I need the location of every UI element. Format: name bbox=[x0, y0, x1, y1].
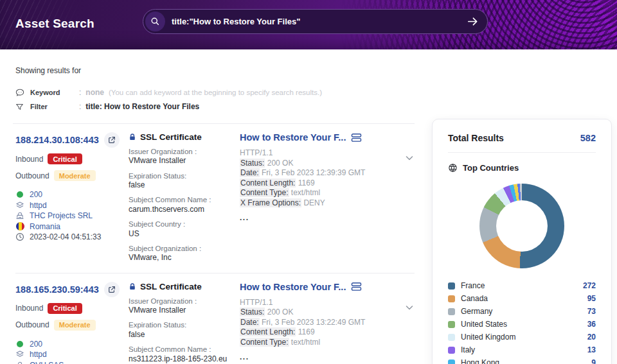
search-submit-button[interactable] bbox=[467, 15, 479, 28]
ssl-field-label: Expiration Status: bbox=[129, 320, 240, 329]
ssl-field-value: false bbox=[129, 330, 240, 340]
ssl-field-value: carum.thcservers.com bbox=[129, 205, 240, 214]
http-header-value: Fri, 3 Feb 2023 12:39:39 GMT bbox=[262, 168, 365, 177]
country-legend-row: Canada95 bbox=[448, 292, 596, 305]
page-title-link[interactable]: How to Restore Your F... bbox=[240, 282, 346, 292]
chevron-down-icon[interactable] bbox=[404, 302, 415, 364]
ssl-field: Subject Country :US bbox=[129, 220, 240, 239]
ssl-heading: SSL Certificate bbox=[140, 282, 202, 291]
top-countries-header: Top Countries bbox=[448, 163, 596, 173]
country-legend: France272Canada95Germany73United States3… bbox=[448, 279, 596, 364]
ssl-field-value: false bbox=[129, 180, 240, 190]
attribute-text: httpd bbox=[30, 201, 47, 210]
http-header-label: Status: bbox=[240, 159, 265, 168]
romania-flag-icon bbox=[16, 222, 24, 230]
organization-icon bbox=[15, 361, 24, 364]
attribute-text: httpd bbox=[30, 350, 47, 359]
summary-panel: Total Results 582 Top Countries France27… bbox=[432, 119, 612, 364]
ssl-field-label: Subject Common Name : bbox=[129, 195, 240, 204]
ssl-field: Expiration Status:false bbox=[129, 320, 240, 340]
ssl-field-value: US bbox=[129, 229, 240, 239]
globe-icon bbox=[448, 163, 458, 173]
status-dot-icon bbox=[17, 191, 23, 198]
outbound-severity-badge: Moderate bbox=[54, 320, 96, 331]
search-input[interactable] bbox=[165, 17, 467, 26]
organization-icon bbox=[15, 211, 24, 220]
ssl-field-value: VMware Installer bbox=[129, 306, 240, 315]
attribute-item: 200 bbox=[15, 189, 129, 200]
ssl-field: Expiration Status:false bbox=[129, 171, 240, 191]
search-bar[interactable] bbox=[143, 9, 488, 34]
panel-divider bbox=[448, 152, 596, 153]
ssl-field-value: ns311223.ip-188-165-230.eu bbox=[129, 354, 240, 364]
attribute-text: 200 bbox=[30, 340, 42, 349]
top-countries-chart bbox=[448, 184, 596, 268]
http-header-value: 200 OK bbox=[267, 308, 294, 316]
layers-icon bbox=[15, 350, 24, 359]
keyword-row: Keyword : none (You can add keyword at t… bbox=[15, 85, 424, 100]
search-icon[interactable] bbox=[145, 12, 165, 31]
country-count: 13 bbox=[587, 345, 596, 354]
http-header-label: Date: bbox=[240, 168, 260, 177]
keyword-hint: (You can add keyword at the beginning to… bbox=[109, 89, 322, 96]
ip-link[interactable]: 188.165.230.59:443 bbox=[15, 284, 99, 295]
ssl-field-label: Issuer Organization : bbox=[129, 297, 240, 306]
total-results-value: 582 bbox=[580, 133, 596, 143]
country-legend-row: Germany73 bbox=[448, 305, 596, 318]
outbound-severity-badge: Moderate bbox=[54, 170, 96, 181]
ssl-field: Subject Common Name :ns311223.ip-188-165… bbox=[129, 345, 240, 364]
http-header-value: Fri, 3 Feb 2023 13:22:49 GMT bbox=[262, 318, 365, 327]
attribute-text: Romania bbox=[30, 222, 60, 231]
external-link-icon[interactable] bbox=[104, 282, 120, 297]
inbound-label: Inbound bbox=[15, 155, 43, 164]
attribute-item: Romania bbox=[15, 221, 129, 232]
chevron-down-icon[interactable] bbox=[404, 153, 415, 263]
lock-icon bbox=[129, 133, 136, 141]
filter-value: title: How to Restore Your Files bbox=[85, 102, 199, 111]
http-lines: Status: 200 OKDate: Fri, 3 Feb 2023 13:2… bbox=[240, 308, 395, 347]
country-count: 36 bbox=[587, 320, 596, 329]
country-legend-row: Hong Kong9 bbox=[448, 356, 596, 364]
http-lines: Status: 200 OKDate: Fri, 3 Feb 2023 12:3… bbox=[240, 159, 395, 209]
page-title: Asset Search bbox=[15, 17, 94, 31]
country-legend-row: France272 bbox=[448, 279, 596, 292]
page-title-link[interactable]: How to Restore Your F... bbox=[240, 132, 346, 143]
header: Asset Search bbox=[0, 0, 617, 49]
legend-swatch bbox=[448, 360, 455, 364]
http-ellipsis: ... bbox=[240, 213, 395, 222]
country-name: Canada bbox=[461, 294, 582, 303]
results-list: 188.214.30.108:443 Inbound Critical Outb… bbox=[15, 124, 415, 364]
country-name: Hong Kong bbox=[461, 358, 586, 364]
ip-link[interactable]: 188.214.30.108:443 bbox=[15, 135, 99, 145]
country-name: United Kingdom bbox=[461, 333, 582, 342]
inbound-severity-badge: Critical bbox=[48, 303, 82, 314]
country-legend-row: United States36 bbox=[448, 318, 596, 331]
results-heading: Showing results for bbox=[15, 66, 424, 75]
http-header-label: Content Length: bbox=[240, 178, 296, 187]
country-name: France bbox=[461, 281, 577, 290]
layers-icon bbox=[15, 201, 24, 210]
ssl-column: SSL Certificate Issuer Organization :VMw… bbox=[129, 132, 240, 263]
legend-swatch bbox=[448, 334, 455, 341]
legend-swatch bbox=[448, 321, 455, 328]
top-countries-label: Top Countries bbox=[463, 163, 519, 173]
attribute-text: 2023-02-04 04:51:33 bbox=[30, 232, 101, 241]
filter-icon bbox=[15, 103, 26, 111]
http-header-line: Content Type: text/html bbox=[240, 188, 395, 198]
http-header-label: X Frame Options: bbox=[240, 198, 301, 207]
country-count: 20 bbox=[587, 333, 596, 342]
country-name: United States bbox=[461, 320, 582, 329]
external-link-icon[interactable] bbox=[104, 132, 120, 148]
ssl-field-label: Subject Organization : bbox=[129, 244, 240, 253]
ssl-field-label: Issuer Organization : bbox=[129, 147, 240, 156]
http-header-label: Date: bbox=[240, 318, 260, 327]
outbound-label: Outbound bbox=[15, 320, 49, 329]
http-column: How to Restore Your F... HTTP/1.1 Status… bbox=[240, 282, 395, 364]
http-header-label: Content Type: bbox=[240, 338, 289, 347]
http-header-value: text/html bbox=[291, 338, 320, 347]
http-header-value: 200 OK bbox=[267, 159, 294, 168]
ssl-fields: Issuer Organization :VMware InstallerExp… bbox=[129, 147, 240, 263]
inbound-severity-badge: Critical bbox=[48, 153, 82, 164]
ssl-heading: SSL Certificate bbox=[140, 132, 202, 142]
ssl-field: Issuer Organization :VMware Installer bbox=[129, 297, 240, 316]
